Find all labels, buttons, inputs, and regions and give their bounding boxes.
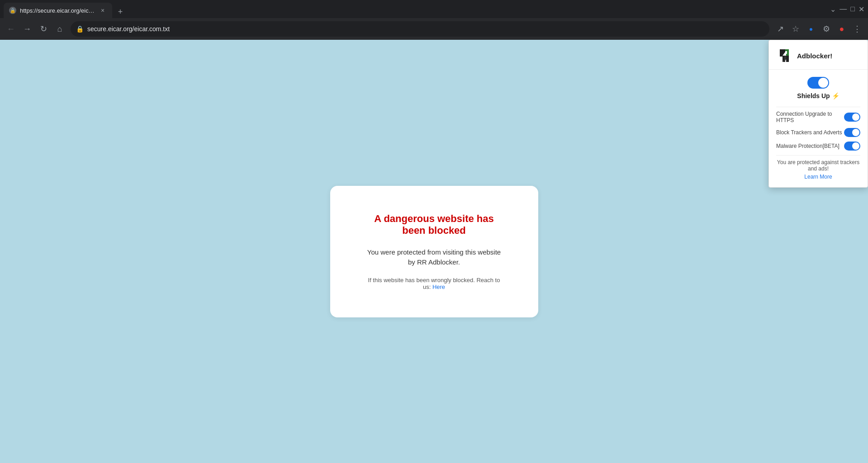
trackers-toggle[interactable] xyxy=(844,128,860,137)
setting-row-trackers: Block Trackers and Adverts xyxy=(776,128,860,137)
more-icon: ⋮ xyxy=(853,24,861,34)
lock-icon: 🔒 xyxy=(76,25,84,33)
home-icon: ⌂ xyxy=(57,24,62,34)
browser-window: 🔒 https://secure.eicar.org/eicar.com × +… xyxy=(0,0,868,463)
blocked-contact: If this website has been wrongly blocked… xyxy=(366,277,502,290)
home-button[interactable]: ⌂ xyxy=(52,22,67,36)
window-controls: ⌄ — □ ✕ xyxy=(830,5,864,14)
reload-icon: ↻ xyxy=(40,24,47,34)
shields-emoji: ⚡ xyxy=(832,92,840,99)
popup-title: Adblocker! xyxy=(797,52,832,60)
record-icon: ● xyxy=(840,24,844,34)
maximize-button[interactable]: □ xyxy=(850,5,855,13)
extension-popup: Adblocker! Shields Up ⚡ Connection Upgra… xyxy=(768,40,868,188)
address-bar-container[interactable]: 🔒 xyxy=(71,21,769,37)
toolbar: ← → ↻ ⌂ 🔒 ↗ ☆ ● ⚙ xyxy=(0,18,868,40)
active-tab[interactable]: 🔒 https://secure.eicar.org/eicar.com × xyxy=(4,3,112,18)
blocked-card: A dangerous website has been blocked You… xyxy=(330,186,538,317)
browser-content: A dangerous website has been blocked You… xyxy=(0,40,868,463)
protection-text: You are protected against trackers and a… xyxy=(776,159,860,172)
puzzle-icon: ⚙ xyxy=(823,24,830,34)
popup-header: Adblocker! xyxy=(769,40,868,70)
forward-icon: → xyxy=(23,24,31,34)
back-button[interactable]: ← xyxy=(4,22,18,36)
main-toggle[interactable] xyxy=(807,77,829,89)
tab-dropdown-button[interactable]: ⌄ xyxy=(830,5,836,14)
toolbar-actions: ↗ ☆ ● ⚙ ● ⋮ xyxy=(773,22,864,36)
popup-body: Shields Up ⚡ Connection Upgrade to HTTPS… xyxy=(769,70,868,187)
setting-row-https: Connection Upgrade to HTTPS xyxy=(776,111,860,123)
rr-icon: ● xyxy=(809,25,813,33)
close-button[interactable]: ✕ xyxy=(859,5,864,14)
extensions-button[interactable]: ⚙ xyxy=(819,22,834,36)
setting-row-malware: Malware Protection[BETA] xyxy=(776,142,860,151)
setting-label-https: Connection Upgrade to HTTPS xyxy=(776,111,844,123)
learn-more-link[interactable]: Learn More xyxy=(776,174,860,180)
minimize-button[interactable]: — xyxy=(840,5,847,13)
tab-close-button[interactable]: × xyxy=(99,6,107,14)
reload-button[interactable]: ↻ xyxy=(36,22,51,36)
new-tab-button[interactable]: + xyxy=(114,5,127,18)
setting-label-trackers: Block Trackers and Adverts xyxy=(776,129,842,136)
address-bar[interactable] xyxy=(87,25,764,33)
share-button[interactable]: ↗ xyxy=(773,22,787,36)
bookmark-button[interactable]: ☆ xyxy=(788,22,803,36)
blocked-title: A dangerous website has been blocked xyxy=(366,213,502,236)
https-toggle[interactable] xyxy=(844,113,860,122)
back-icon: ← xyxy=(7,24,15,34)
tab-title: https://secure.eicar.org/eicar.com xyxy=(20,7,95,14)
svg-marker-2 xyxy=(786,56,789,62)
title-bar: 🔒 https://secure.eicar.org/eicar.com × +… xyxy=(0,0,868,18)
tab-favicon: 🔒 xyxy=(9,7,16,14)
rr-adblocker-icon-button[interactable]: ● xyxy=(804,22,818,36)
record-button[interactable]: ● xyxy=(835,22,849,36)
divider-2 xyxy=(776,155,860,156)
shields-label: Shields Up xyxy=(797,92,830,99)
setting-label-malware: Malware Protection[BETA] xyxy=(776,143,840,149)
shields-section: Shields Up ⚡ xyxy=(776,77,860,99)
popup-logo xyxy=(776,47,792,64)
divider-1 xyxy=(776,107,860,107)
tab-strip: 🔒 https://secure.eicar.org/eicar.com × + xyxy=(4,0,825,18)
forward-button[interactable]: → xyxy=(20,22,34,36)
contact-link[interactable]: Here xyxy=(432,283,445,290)
blocked-description: You were protected from visiting this we… xyxy=(366,247,502,268)
menu-button[interactable]: ⋮ xyxy=(850,22,864,36)
malware-toggle[interactable] xyxy=(844,142,860,151)
star-icon: ☆ xyxy=(792,24,799,34)
share-icon: ↗ xyxy=(777,24,784,34)
